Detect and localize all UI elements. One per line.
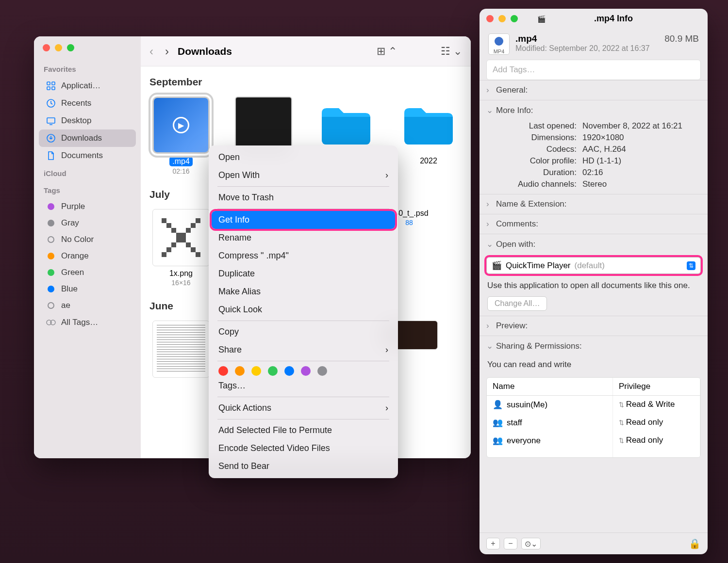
svg-rect-2 — [47, 87, 50, 90]
tag-blue[interactable] — [284, 366, 294, 376]
tag-green[interactable]: Green — [39, 264, 136, 281]
svg-rect-15 — [196, 218, 200, 223]
section-comments[interactable]: ›Comments: — [480, 214, 708, 234]
tag-gray[interactable] — [317, 366, 327, 376]
menu-compress[interactable]: Compress " .mp4" — [212, 247, 395, 265]
kv-val: AAC, H.264 — [582, 145, 699, 154]
tag-orange[interactable] — [235, 366, 245, 376]
chevron-right-icon: › — [486, 85, 492, 95]
tag-label: All Tags… — [61, 318, 98, 327]
file-mp4[interactable]: ▶ .mp4 02:16 — [149, 97, 213, 175]
tag-green[interactable] — [268, 366, 278, 376]
menu-copy[interactable]: Copy — [212, 323, 395, 341]
menu-open[interactable]: Open — [212, 148, 395, 166]
perm-row[interactable]: 👥staffRead only — [487, 414, 700, 432]
tag-no-color[interactable]: No Color — [39, 231, 136, 248]
select-arrows-icon: ⇅ — [687, 261, 695, 270]
open-with-select[interactable]: 🎬 QuickTime Player (default) ⇅ — [486, 257, 701, 274]
menu-open-with[interactable]: Open With› — [212, 166, 395, 184]
kv-key: Last opened: — [499, 121, 577, 131]
sidebar-item-desktop[interactable]: Desktop — [39, 112, 136, 129]
kv-key: Duration: — [499, 168, 577, 177]
open-with-hint: Use this application to open all documen… — [480, 277, 708, 294]
menu-get-info[interactable]: Get Info — [212, 211, 395, 229]
svg-rect-12 — [176, 233, 186, 242]
all-tags-icon — [46, 317, 56, 328]
perm-row[interactable]: 👥everyoneRead only — [487, 432, 700, 450]
section-sharing[interactable]: ⌄Sharing & Permissions: — [480, 336, 708, 356]
sidebar-item-recents[interactable]: Recents — [39, 95, 136, 112]
section-general[interactable]: ›General: — [480, 80, 708, 100]
info-summary: MP4 .mp4 80.9 MB Modified: September 20,… — [480, 29, 708, 60]
sidebar-item-documents[interactable]: Documents — [39, 147, 136, 164]
permissions-table: Name Privilege 👤susuin(Me)Read & Write 👥… — [486, 377, 701, 458]
chevron-right-icon: › — [385, 345, 388, 355]
section-more-info[interactable]: ⌄More Info: — [480, 100, 708, 120]
menu-make-alias[interactable]: Make Alias — [212, 283, 395, 301]
svg-rect-17 — [166, 247, 171, 252]
tag-red[interactable] — [218, 366, 228, 376]
section-name-ext[interactable]: ›Name & Extension: — [480, 194, 708, 214]
menu-add-permute[interactable]: Add Selected File to Permute — [212, 421, 395, 439]
info-title: .mp4 Info — [526, 14, 701, 24]
menu-duplicate[interactable]: Duplicate — [212, 265, 395, 283]
svg-rect-1 — [52, 82, 55, 85]
minimize-button[interactable] — [498, 15, 506, 22]
tag-purple[interactable] — [301, 366, 311, 376]
maximize-button[interactable] — [67, 44, 74, 51]
minimize-button[interactable] — [55, 44, 62, 51]
file-meta: 02:16 — [149, 167, 213, 175]
svg-rect-9 — [162, 218, 166, 223]
info-modified: Modified: September 20, 2022 at 16:37 — [515, 44, 699, 53]
menu-share[interactable]: Share› — [212, 341, 395, 359]
window-controls — [34, 42, 141, 60]
tag-orange[interactable]: Orange — [39, 248, 136, 264]
action-menu-button[interactable]: ⊙⌄ — [521, 538, 541, 549]
download-icon — [46, 133, 56, 144]
tags-input[interactable]: Add Tags… — [486, 60, 701, 80]
view-group-button[interactable]: ☷ ⌄ — [441, 45, 462, 58]
kv-key: Codecs: — [499, 145, 577, 154]
section-preview[interactable]: ›Preview: — [480, 316, 708, 336]
file-doc[interactable] — [149, 321, 213, 381]
file-folder-2022[interactable]: 2022 — [397, 97, 460, 175]
menu-rename[interactable]: Rename — [212, 229, 395, 247]
add-button[interactable]: + — [486, 538, 500, 549]
kv-val: Stereo — [582, 179, 699, 189]
maximize-button[interactable] — [511, 15, 518, 22]
view-icon-button[interactable]: ⊞ ⌃ — [377, 45, 397, 58]
tag-blue[interactable]: Blue — [39, 281, 136, 297]
tag-dot-icon — [48, 236, 54, 243]
info-window: 🎬 .mp4 Info MP4 .mp4 80.9 MB Modified: S… — [480, 9, 708, 554]
close-button[interactable] — [486, 15, 494, 22]
change-all-button[interactable]: Change All… — [487, 296, 547, 311]
close-button[interactable] — [43, 44, 50, 51]
desktop-icon — [46, 115, 56, 126]
menu-send-bear[interactable]: Send to Bear — [212, 457, 395, 475]
folder-icon — [400, 97, 457, 154]
remove-button[interactable]: − — [504, 538, 517, 549]
menu-encode-video[interactable]: Encode Selected Video Files — [212, 439, 395, 457]
section-open-with[interactable]: ⌄Open with: — [480, 234, 708, 254]
tags-label[interactable]: Tags — [34, 181, 141, 198]
chevron-right-icon: › — [486, 219, 492, 229]
menu-move-to-trash[interactable]: Move to Trash — [212, 189, 395, 207]
lock-icon[interactable]: 🔒 — [689, 538, 701, 549]
tag-purple[interactable]: Purple — [39, 198, 136, 215]
tag-gray[interactable]: Gray — [39, 215, 136, 231]
menu-quick-look[interactable]: Quick Look — [212, 301, 395, 319]
menu-quick-actions[interactable]: Quick Actions› — [212, 399, 395, 417]
tag-all-tags[interactable]: All Tags… — [39, 314, 136, 331]
sidebar-item-downloads[interactable]: Downloads — [39, 129, 136, 147]
forward-button[interactable]: › — [165, 45, 169, 58]
sidebar-item-applications[interactable]: Applicati… — [39, 77, 136, 95]
icloud-label[interactable]: iCloud — [34, 164, 141, 181]
separator — [217, 361, 389, 361]
perm-row[interactable]: 👤susuin(Me)Read & Write — [487, 396, 700, 414]
back-button[interactable]: ‹ — [149, 45, 153, 58]
user-icon: 👤 — [493, 400, 503, 410]
tag-ae[interactable]: ae — [39, 297, 136, 314]
file-1xpng[interactable]: 1x.png 16×16 — [149, 209, 213, 287]
menu-tags[interactable]: Tags… — [212, 377, 395, 395]
tag-yellow[interactable] — [251, 366, 261, 376]
